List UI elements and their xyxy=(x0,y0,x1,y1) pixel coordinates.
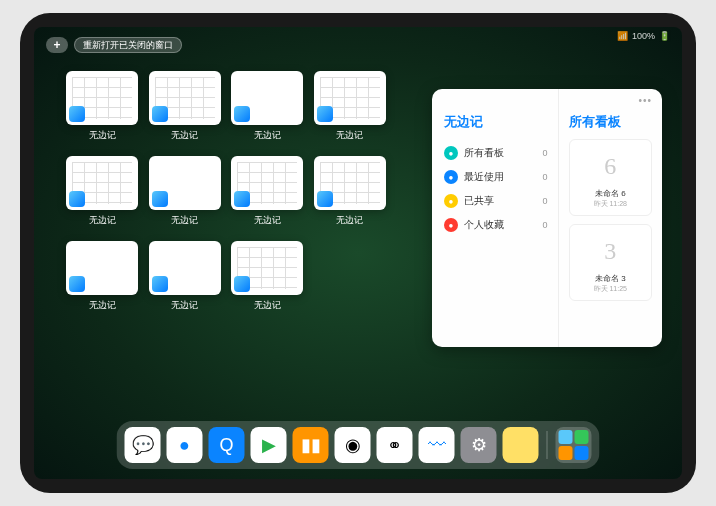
more-icon[interactable]: ••• xyxy=(638,95,652,106)
board-card[interactable]: 3未命名 3昨天 11:25 xyxy=(569,224,653,301)
sidebar-count: 0 xyxy=(542,148,547,158)
status-bar: 📶 100% 🔋 xyxy=(617,31,670,41)
dock-separator xyxy=(547,431,548,459)
app-window-card[interactable]: 无边记 xyxy=(149,156,222,227)
dock-freeform-icon[interactable]: 〰 xyxy=(419,427,455,463)
freeform-icon xyxy=(152,276,168,292)
battery-text: 100% xyxy=(632,31,655,41)
ipad-frame: 📶 100% 🔋 + 重新打开已关闭的窗口 无边记无边记无边记无边记无边记无边记… xyxy=(20,13,696,493)
app-window-card[interactable]: 无边记 xyxy=(66,156,139,227)
freeform-icon xyxy=(317,106,333,122)
dock-wechat-icon[interactable]: 💬 xyxy=(125,427,161,463)
app-switcher-grid: 无边记无边记无边记无边记无边记无边记无边记无边记无边记无边记无边记 xyxy=(66,71,386,312)
add-button[interactable]: + xyxy=(46,37,68,53)
dock-recent-group[interactable] xyxy=(556,427,592,463)
board-card[interactable]: 6未命名 6昨天 11:28 xyxy=(569,139,653,216)
reopen-closed-window-button[interactable]: 重新打开已关闭的窗口 xyxy=(74,37,182,53)
sidebar-label: 最近使用 xyxy=(464,170,504,184)
sidebar-icon: ● xyxy=(444,170,458,184)
freeform-icon xyxy=(234,106,250,122)
app-thumbnail xyxy=(149,156,221,210)
sidebar-icon: ● xyxy=(444,218,458,232)
app-window-card[interactable]: 无边记 xyxy=(149,241,222,312)
board-subtitle: 昨天 11:28 xyxy=(594,199,627,209)
freeform-icon xyxy=(234,191,250,207)
app-thumbnail xyxy=(66,71,138,125)
dock-dice-icon[interactable]: ◉ xyxy=(335,427,371,463)
screen: 📶 100% 🔋 + 重新打开已关闭的窗口 无边记无边记无边记无边记无边记无边记… xyxy=(34,27,682,479)
sidebar-label: 已共享 xyxy=(464,194,494,208)
dock-share-icon[interactable]: ⚭ xyxy=(377,427,413,463)
app-window-card[interactable]: 无边记 xyxy=(149,71,222,142)
dock-settings-icon[interactable]: ⚙ xyxy=(461,427,497,463)
app-thumbnail xyxy=(66,241,138,295)
freeform-icon xyxy=(317,191,333,207)
app-window-card[interactable]: 无边记 xyxy=(314,71,387,142)
app-thumbnail xyxy=(314,156,386,210)
sidebar-count: 0 xyxy=(542,172,547,182)
app-label: 无边记 xyxy=(89,299,116,312)
freeform-icon xyxy=(152,106,168,122)
panel-title: 无边记 xyxy=(444,113,548,131)
wifi-icon: 📶 xyxy=(617,31,628,41)
board-preview: 3 xyxy=(586,231,634,271)
freeform-icon xyxy=(234,276,250,292)
dock-media-icon[interactable]: ▶ xyxy=(251,427,287,463)
sidebar-item[interactable]: ●已共享0 xyxy=(444,189,548,213)
app-window-card[interactable]: 无边记 xyxy=(231,71,304,142)
freeform-panel[interactable]: ••• 无边记 ●所有看板0●最近使用0●已共享0●个人收藏0 所有看板 6未命… xyxy=(432,89,662,347)
app-label: 无边记 xyxy=(336,214,363,227)
board-subtitle: 昨天 11:25 xyxy=(594,284,627,294)
dock-browser2-icon[interactable]: Q xyxy=(209,427,245,463)
sidebar-count: 0 xyxy=(542,196,547,206)
app-label: 无边记 xyxy=(89,129,116,142)
freeform-icon xyxy=(69,106,85,122)
board-preview: 6 xyxy=(586,146,634,186)
app-label: 无边记 xyxy=(254,129,281,142)
app-label: 无边记 xyxy=(171,214,198,227)
app-thumbnail xyxy=(149,241,221,295)
battery-icon: 🔋 xyxy=(659,31,670,41)
sidebar-icon: ● xyxy=(444,194,458,208)
dock: 💬●Q▶▮▮◉⚭〰⚙ xyxy=(117,421,600,469)
app-thumbnail xyxy=(66,156,138,210)
sidebar-item[interactable]: ●个人收藏0 xyxy=(444,213,548,237)
sidebar-count: 0 xyxy=(542,220,547,230)
app-window-card[interactable]: 无边记 xyxy=(231,156,304,227)
panel-right-title: 所有看板 xyxy=(569,113,653,131)
app-label: 无边记 xyxy=(89,214,116,227)
board-title: 未命名 3 xyxy=(595,273,626,284)
panel-content: 所有看板 6未命名 6昨天 11:283未命名 3昨天 11:25 xyxy=(559,89,663,347)
board-title: 未命名 6 xyxy=(595,188,626,199)
app-window-card[interactable]: 无边记 xyxy=(314,156,387,227)
sidebar-icon: ● xyxy=(444,146,458,160)
app-thumbnail xyxy=(231,241,303,295)
app-window-card[interactable]: 无边记 xyxy=(66,71,139,142)
app-thumbnail xyxy=(231,156,303,210)
dock-notes-icon[interactable] xyxy=(503,427,539,463)
sidebar-item[interactable]: ●所有看板0 xyxy=(444,141,548,165)
app-label: 无边记 xyxy=(171,299,198,312)
app-window-card[interactable]: 无边记 xyxy=(231,241,304,312)
app-thumbnail xyxy=(231,71,303,125)
app-label: 无边记 xyxy=(254,214,281,227)
dock-books-icon[interactable]: ▮▮ xyxy=(293,427,329,463)
sidebar-label: 所有看板 xyxy=(464,146,504,160)
app-window-card[interactable]: 无边记 xyxy=(66,241,139,312)
app-label: 无边记 xyxy=(171,129,198,142)
freeform-icon xyxy=(152,191,168,207)
app-label: 无边记 xyxy=(254,299,281,312)
sidebar-item[interactable]: ●最近使用0 xyxy=(444,165,548,189)
panel-sidebar: 无边记 ●所有看板0●最近使用0●已共享0●个人收藏0 xyxy=(432,89,559,347)
app-label: 无边记 xyxy=(336,129,363,142)
app-thumbnail xyxy=(314,71,386,125)
freeform-icon xyxy=(69,276,85,292)
sidebar-label: 个人收藏 xyxy=(464,218,504,232)
app-thumbnail xyxy=(149,71,221,125)
dock-browser1-icon[interactable]: ● xyxy=(167,427,203,463)
freeform-icon xyxy=(69,191,85,207)
